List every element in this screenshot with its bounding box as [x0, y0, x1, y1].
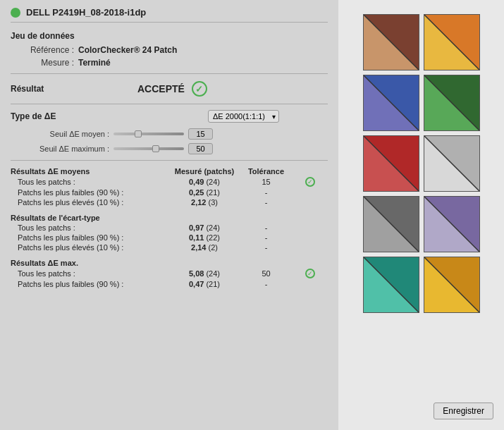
delta-type-row: Type de ΔE ΔE 2000(1:1:1) [11, 110, 328, 123]
table-row: Patchs les plus faibles (90 %) :0,11 (22… [11, 233, 328, 242]
ecart-header: Résultats de l'écart-type [11, 214, 100, 222]
table-row: Patchs les plus élevés (10 %) :2,14 (2)- [11, 242, 328, 252]
max-header: Résultats ΔE max. [11, 259, 78, 267]
seuil-moyen-value: 15 [188, 128, 213, 140]
result-row: Résultat ACCEPTÉ ✓ [11, 81, 328, 97]
result-value: ACCEPTÉ [137, 83, 185, 94]
row-check-icon: ✓ [305, 177, 315, 187]
moyens-header: Résultats ΔE moyens [11, 167, 90, 176]
seuil-moyen-thumb[interactable] [135, 130, 142, 137]
seuil-max-thumb[interactable] [152, 145, 159, 152]
dataset-section-title: Jeu de données [11, 31, 328, 41]
seuil-max-value: 50 [188, 143, 213, 154]
color-patch [424, 135, 480, 192]
row-check-icon: ✓ [305, 269, 315, 278]
seuil-moyen-row: Seuil ΔE moyen : 15 [11, 128, 328, 140]
color-patch [363, 135, 419, 192]
color-patch [363, 75, 419, 131]
color-patch [363, 257, 419, 313]
seuil-max-label: Seuil ΔE maximum : [11, 145, 109, 153]
delta-type-select-wrapper[interactable]: ΔE 2000(1:1:1) [137, 110, 279, 123]
seuil-max-row: Seuil ΔE maximum : 50 [11, 143, 328, 154]
left-panel: DELL P2419H_08-2018-i1dp Jeu de données … [0, 0, 338, 430]
color-patch [424, 14, 480, 70]
patches-grid [363, 14, 480, 313]
reference-label: Référence : [11, 45, 74, 55]
stats-max-table: Résultats ΔE max. Tous les patchs :5,08 … [11, 258, 328, 289]
table-row: Tous les patchs :0,49 (24)15✓ [11, 176, 328, 188]
delta-type-select[interactable]: ΔE 2000(1:1:1) [208, 110, 279, 123]
table-row: Patchs les plus faibles (90 %) :0,47 (21… [11, 279, 328, 289]
color-patch [363, 196, 419, 252]
seuil-moyen-track[interactable] [113, 133, 184, 135]
result-check-icon: ✓ [192, 81, 207, 97]
save-button[interactable]: Enregistrer [434, 403, 493, 419]
col-tolerance-header: Tolérance [248, 167, 284, 176]
table-row: Tous les patchs :5,08 (24)50✓ [11, 268, 328, 279]
stats-ecart-table: Résultats de l'écart-type Tous les patch… [11, 213, 328, 252]
reference-value: ColorChecker® 24 Patch [78, 45, 177, 55]
result-label: Résultat [11, 84, 67, 94]
reference-row: Référence : ColorChecker® 24 Patch [11, 45, 328, 55]
seuil-max-track[interactable] [113, 147, 184, 150]
window-title: DELL P2419H_08-2018-i1dp [26, 7, 146, 18]
measure-label: Mesure : [11, 58, 74, 68]
stats-moyens-table: Résultats ΔE moyens Mesuré (patchs) Tolé… [11, 166, 328, 207]
title-icon [11, 8, 20, 18]
col-measured-header: Mesuré (patchs) [175, 167, 234, 176]
color-patch [424, 196, 480, 252]
table-row: Patchs les plus faibles (90 %) :0,25 (21… [11, 188, 328, 197]
color-patch [424, 257, 480, 313]
measure-value: Terminé [78, 58, 111, 68]
right-panel: Enregistrer [338, 0, 504, 430]
table-row: Patchs les plus élevés (10 %) :2,12 (3)- [11, 197, 328, 207]
seuil-moyen-label: Seuil ΔE moyen : [11, 130, 109, 138]
delta-type-label: Type de ΔE [11, 111, 67, 121]
measure-row: Mesure : Terminé [11, 58, 328, 68]
table-row: Tous les patchs :0,97 (24)- [11, 223, 328, 233]
title-bar: DELL P2419H_08-2018-i1dp [11, 7, 328, 23]
color-patch [424, 75, 480, 131]
color-patch [363, 14, 419, 70]
